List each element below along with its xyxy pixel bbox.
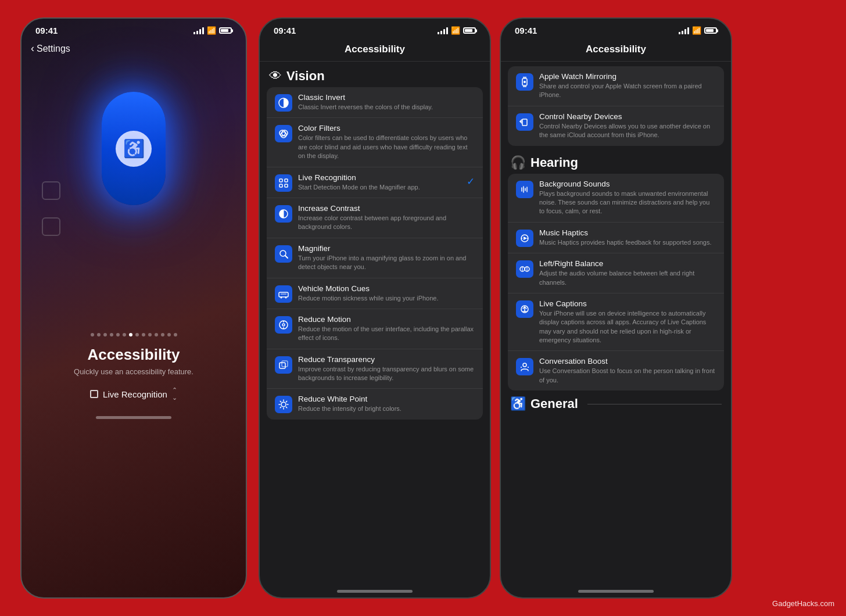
increase-contrast-desc: Increase color contrast between app fore…: [298, 214, 475, 232]
magnifier-desc: Turn your iPhone into a magnifying glass…: [298, 254, 475, 272]
reduce-motion-icon: [275, 316, 292, 334]
classic-invert-icon: [275, 94, 292, 112]
phone1-bottom-text: Accessibility Quickly use an accessibili…: [21, 336, 246, 381]
menu-item-text-vehicle: Vehicle Motion Cues Reduce motion sickne…: [298, 284, 439, 303]
home-indicator-phone2: [260, 590, 490, 593]
magnifier-title: Magnifier: [298, 244, 475, 253]
checkmark-icon: ✓: [467, 176, 475, 188]
brand-credit: GadgetHacks.com: [772, 599, 834, 608]
reduce-transparency-title: Reduce Transparency: [298, 355, 475, 364]
menu-item-reduce-white-point[interactable]: Reduce White Point Reduce the intensity …: [267, 389, 483, 419]
lr-balance-desc: Adjust the audio volume balance between …: [539, 269, 716, 287]
wifi-icon-phone1: 📶: [207, 26, 216, 35]
reduce-motion-desc: Reduce the motion of the user interface,…: [298, 325, 475, 343]
vision-section-title: Vision: [286, 69, 325, 84]
reduce-motion-title: Reduce Motion: [298, 315, 475, 324]
control-nearby-icon: [516, 113, 533, 131]
battery-icon-phone1: [219, 27, 232, 34]
chevron-updown-icon: ⌃⌄: [172, 386, 177, 402]
svg-rect-5: [285, 179, 288, 182]
live-captions-title: Live Captions: [539, 299, 716, 308]
menu-item-control-nearby[interactable]: Control Nearby Devices Control Nearby De…: [508, 106, 724, 146]
svg-point-52: [521, 367, 522, 368]
menu-item-live-captions[interactable]: Live Captions Your iPhone will use on de…: [508, 293, 724, 352]
menu-item-conversation-boost[interactable]: Conversation Boost Use Conversation Boos…: [508, 351, 724, 391]
feature-label: Live Recognition: [103, 389, 167, 399]
menu-item-text-conv-boost: Conversation Boost Use Conversation Boos…: [539, 357, 716, 385]
bg-sounds-title: Background Sounds: [539, 180, 716, 188]
bg-sounds-desc: Plays background sounds to mask unwanted…: [539, 189, 716, 216]
music-haptics-icon: [516, 230, 533, 247]
signal-icon-phone2: [438, 27, 448, 34]
menu-item-color-filters[interactable]: Color Filters Color filters can be used …: [267, 118, 483, 167]
bg-sounds-icon: [516, 181, 533, 198]
svg-point-14: [285, 296, 287, 298]
menu-item-music-haptics[interactable]: Music Haptics Music Haptics provides hap…: [508, 223, 724, 253]
feature-button[interactable]: Live Recognition ⌃⌄: [21, 381, 246, 407]
classic-invert-desc: Classic Invert reverses the colors of th…: [298, 103, 433, 112]
home-indicator-phone1: [21, 407, 246, 427]
menu-item-text-music-haptics: Music Haptics Music Haptics provides hap…: [539, 228, 712, 247]
svg-line-11: [285, 256, 288, 258]
menu-item-bg-sounds[interactable]: Background Sounds Plays background sound…: [508, 174, 724, 223]
menu-item-vehicle-motion[interactable]: Vehicle Motion Cues Reduce motion sickne…: [267, 278, 483, 309]
svg-rect-6: [279, 184, 282, 187]
svg-line-27: [280, 402, 281, 402]
menu-item-text-bg-sounds: Background Sounds Plays background sound…: [539, 180, 716, 216]
svg-rect-4: [279, 179, 282, 182]
menu-item-magnifier[interactable]: Magnifier Turn your iPhone into a magnif…: [267, 238, 483, 278]
menu-item-apple-watch[interactable]: Apple Watch Mirroring Share and control …: [508, 66, 724, 106]
menu-item-classic-invert[interactable]: Classic Invert Classic Invert reverses t…: [267, 87, 483, 118]
menu-item-text-reduce-trans: Reduce Transparency Improve contrast by …: [298, 355, 475, 383]
live-captions-desc: Your iPhone will use on device intellige…: [539, 309, 716, 345]
time-phone1: 09:41: [35, 26, 58, 35]
svg-point-42: [521, 238, 522, 239]
live-recognition-title: Live Recognition: [298, 173, 461, 182]
menu-item-lr-balance[interactable]: Left/Right Balance Adjust the audio volu…: [508, 253, 724, 293]
live-captions-icon: [516, 300, 533, 318]
general-section-header: ♿ General: [501, 391, 731, 415]
svg-rect-20: [279, 363, 285, 368]
vehicle-motion-title: Vehicle Motion Cues: [298, 284, 439, 293]
menu-item-increase-contrast[interactable]: Increase Contrast Increase color contras…: [267, 198, 483, 238]
back-chevron-icon: ‹: [31, 42, 34, 55]
menu-item-text-reduce-wp: Reduce White Point Reduce the intensity …: [298, 395, 402, 413]
menu-item-live-recognition[interactable]: Live Recognition Start Detection Mode on…: [267, 167, 483, 198]
menu-item-text-lr-balance: Left/Right Balance Adjust the audio volu…: [539, 259, 716, 287]
back-label: Settings: [37, 44, 70, 54]
home-indicator-phone3: [501, 590, 731, 593]
svg-point-17: [282, 324, 285, 326]
menu-item-reduce-transparency[interactable]: Reduce Transparency Improve contrast by …: [267, 349, 483, 389]
reduce-white-point-desc: Reduce the intensity of bright colors.: [298, 404, 402, 413]
svg-rect-21: [282, 361, 288, 367]
time-phone3: 09:41: [515, 26, 537, 35]
magnifier-icon: [275, 245, 292, 263]
live-recognition-desc: Start Detection Mode on the Magnifier ap…: [298, 183, 461, 192]
color-filters-title: Color Filters: [298, 124, 475, 132]
apple-watch-icon: [516, 73, 533, 91]
color-filters-desc: Color filters can be used to differentia…: [298, 134, 475, 160]
music-haptics-desc: Music Haptics provides haptic feedback f…: [539, 238, 712, 247]
status-bar-phone3: 09:41 📶: [501, 19, 731, 40]
apple-watch-title: Apple Watch Mirroring: [539, 72, 716, 81]
svg-point-22: [281, 402, 286, 407]
accessibility-orb-container: ♿: [102, 92, 166, 205]
svg-point-3: [281, 132, 286, 138]
hearing-icon: 🎧: [510, 155, 526, 170]
general-icon: ♿: [510, 396, 526, 411]
svg-point-13: [281, 296, 282, 298]
svg-point-51: [523, 363, 526, 367]
time-phone2: 09:41: [274, 26, 296, 35]
vision-menu-card: Classic Invert Classic Invert reverses t…: [267, 87, 483, 420]
menu-item-text-magnifier: Magnifier Turn your iPhone into a magnif…: [298, 244, 475, 272]
hearing-section-title: Hearing: [530, 155, 578, 170]
phone2: 09:41 📶 Accessibility 👁 Vision: [259, 17, 491, 599]
signal-icon-phone3: [679, 27, 689, 34]
lr-balance-icon: [516, 260, 533, 278]
general-section-title: General: [530, 396, 578, 411]
svg-rect-35: [522, 119, 527, 126]
status-bar-phone1: 09:41 📶: [21, 19, 246, 40]
top-items-card: Apple Watch Mirroring Share and control …: [508, 66, 724, 146]
menu-item-reduce-motion[interactable]: Reduce Motion Reduce the motion of the u…: [267, 309, 483, 349]
phone1-center: ♿: [21, 92, 246, 205]
